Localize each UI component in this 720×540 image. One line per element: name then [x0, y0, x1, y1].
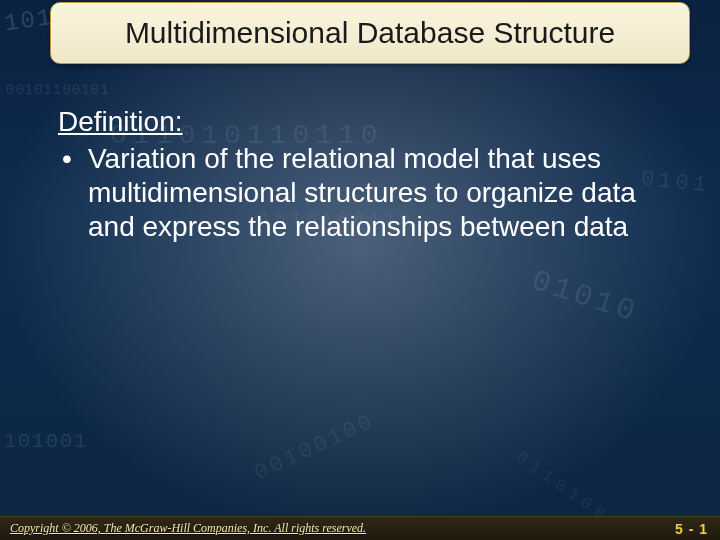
bg-binary-deco: 00101100101: [6, 82, 109, 98]
bg-binary-deco: 00100100: [251, 409, 379, 486]
slide-body: Definition: • Variation of the relationa…: [58, 106, 680, 244]
slide: 1010 00101100101 011010110110 1010100110…: [0, 0, 720, 540]
definition-heading: Definition:: [58, 106, 680, 138]
bullet-marker: •: [58, 142, 88, 244]
bg-binary-deco: 01010: [527, 264, 642, 330]
bullet-text: Variation of the relational model that u…: [88, 142, 680, 244]
bullet-item: • Variation of the relational model that…: [58, 142, 680, 244]
bg-binary-deco: 101001: [4, 430, 88, 453]
page-number: 5 - 1: [675, 521, 708, 537]
copyright-text: Copyright © 2006, The McGraw-Hill Compan…: [10, 521, 366, 536]
title-banner: Multidimensional Database Structure: [50, 2, 690, 64]
slide-footer: Copyright © 2006, The McGraw-Hill Compan…: [0, 516, 720, 540]
slide-title: Multidimensional Database Structure: [125, 16, 615, 50]
